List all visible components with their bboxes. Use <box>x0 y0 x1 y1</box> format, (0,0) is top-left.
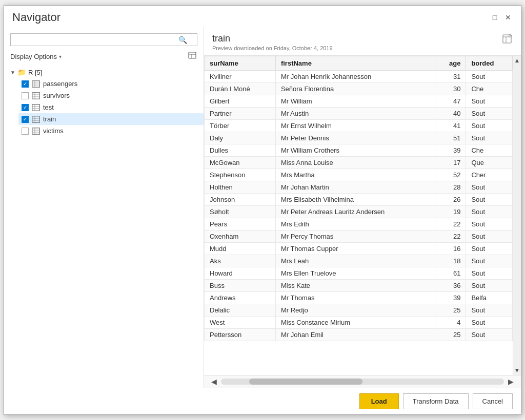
cell-age-10: 26 <box>435 194 466 206</box>
tree-item-train[interactable]: ✓train <box>18 113 204 125</box>
col-header-age: age <box>435 56 466 71</box>
cell-firstName-4: Mr Ernst Wilhelm <box>275 120 435 132</box>
cell-borded-12: Sout <box>466 218 513 230</box>
checkbox-survivors[interactable] <box>22 92 29 99</box>
cell-surName-6: Dulles <box>205 144 276 157</box>
tree-item-label-survivors: survivors <box>43 92 70 99</box>
display-options-button[interactable]: Display Options ▾ <box>10 53 62 60</box>
vertical-scrollbar: ▲ ▼ <box>513 56 521 375</box>
cell-surName-8: Stephenson <box>205 169 276 181</box>
cell-borded-11: Sout <box>466 206 513 218</box>
data-table: surNamefirstNameageborded KvillnerMr Joh… <box>204 56 513 341</box>
folder-label: R [5] <box>28 69 42 76</box>
preview-settings-button[interactable] <box>501 33 513 47</box>
scroll-left-button[interactable]: ◀ <box>209 377 219 386</box>
table-row: PearsMrs Edith22Sout <box>205 218 513 230</box>
cell-firstName-12: Mrs Edith <box>275 218 435 230</box>
checkbox-passengers[interactable]: ✓ <box>22 80 29 88</box>
svg-rect-0 <box>189 52 196 58</box>
cell-borded-6: Che <box>466 144 513 157</box>
cell-firstName-15: Mrs Leah <box>275 255 435 267</box>
preview-title: train <box>212 33 333 44</box>
scroll-right-button[interactable]: ▶ <box>506 377 516 386</box>
cell-age-18: 39 <box>435 292 466 304</box>
dialog-title: Navigator <box>12 11 60 24</box>
svg-rect-3 <box>32 81 39 87</box>
scroll-down-button[interactable]: ▼ <box>514 367 520 374</box>
tree-item-passengers[interactable]: ✓passengers <box>18 78 204 90</box>
cell-surName-2: Gilbert <box>205 95 276 108</box>
table-row: WestMiss Constance Mirium4Sout <box>205 317 513 329</box>
cell-borded-1: Che <box>466 83 513 95</box>
tree-item-label-train: train <box>43 115 56 123</box>
tree-item-victims[interactable]: victims <box>18 125 204 137</box>
cell-age-7: 17 <box>435 157 466 169</box>
cell-age-2: 47 <box>435 95 466 108</box>
cell-firstName-10: Mrs Elisabeth Vilhelmina <box>275 194 435 206</box>
table-icon-victims <box>32 128 40 135</box>
cell-firstName-0: Mr Johan Henrik Johannesson <box>275 71 435 83</box>
cell-borded-19: Sout <box>466 304 513 317</box>
scroll-up-button[interactable]: ▲ <box>514 57 520 64</box>
cell-surName-1: Durán I Moné <box>205 83 276 95</box>
checkbox-victims[interactable] <box>22 128 29 135</box>
cell-firstName-17: Miss Kate <box>275 280 435 292</box>
cell-age-14: 16 <box>435 243 466 255</box>
main-content: 🔍 Display Options ▾ <box>4 27 521 388</box>
preview-title-block: train Preview downloaded on Friday, Octo… <box>212 33 333 51</box>
scroll-thumb <box>249 379 362 385</box>
minimize-button[interactable]: □ <box>490 13 499 22</box>
folder-arrow: ▼ <box>10 70 15 75</box>
cell-firstName-14: Mr Thomas Cupper <box>275 243 435 255</box>
scroll-track[interactable] <box>221 379 504 385</box>
cell-borded-14: Sout <box>466 243 513 255</box>
cell-surName-11: Søholt <box>205 206 276 218</box>
transform-data-button[interactable]: Transform Data <box>403 393 469 409</box>
table-row: MuddMr Thomas Cupper16Sout <box>205 243 513 255</box>
table-row: AksMrs Leah18Sout <box>205 255 513 267</box>
cell-borded-20: Sout <box>466 317 513 329</box>
cell-surName-18: Andrews <box>205 292 276 304</box>
tree-item-test[interactable]: ✓test <box>18 101 204 113</box>
cell-borded-5: Sout <box>466 132 513 144</box>
load-button[interactable]: Load <box>359 393 399 409</box>
col-header-borded: borded <box>466 56 513 71</box>
cell-surName-7: McGowan <box>205 157 276 169</box>
tree-item-label-passengers: passengers <box>43 80 77 88</box>
search-wrap: 🔍 <box>10 33 197 46</box>
cancel-button[interactable]: Cancel <box>473 393 513 409</box>
cell-surName-13: Oxenham <box>205 230 276 243</box>
checkbox-train[interactable]: ✓ <box>22 116 29 123</box>
cell-firstName-1: Señora Florentina <box>275 83 435 95</box>
cell-age-5: 51 <box>435 132 466 144</box>
table-icon-survivors <box>32 92 40 99</box>
table-row: HowardMrs Ellen Truelove61Sout <box>205 267 513 280</box>
table-wrap: surNamefirstNameageborded KvillnerMr Joh… <box>204 56 521 375</box>
panel-icon-button[interactable] <box>187 50 197 62</box>
cell-borded-4: Sout <box>466 120 513 132</box>
close-button[interactable]: ✕ <box>503 13 513 22</box>
table-row: GilbertMr William47Sout <box>205 95 513 108</box>
cell-firstName-20: Miss Constance Mirium <box>275 317 435 329</box>
cell-age-8: 52 <box>435 169 466 181</box>
cell-age-15: 18 <box>435 255 466 267</box>
cell-borded-21: Sout <box>466 329 513 341</box>
preview-header: train Preview downloaded on Friday, Octo… <box>204 27 521 56</box>
search-input[interactable] <box>10 33 197 46</box>
svg-rect-11 <box>32 104 39 111</box>
tree-item-survivors[interactable]: survivors <box>18 90 204 101</box>
checkbox-test[interactable]: ✓ <box>22 104 29 111</box>
search-box-wrap: 🔍 <box>4 31 204 50</box>
tree-folder-r[interactable]: ▼ 📁 R [5] <box>8 67 204 78</box>
cell-borded-0: Sout <box>466 71 513 83</box>
table-scroll-area[interactable]: surNamefirstNameageborded KvillnerMr Joh… <box>204 56 521 375</box>
svg-rect-7 <box>32 93 39 99</box>
cell-firstName-2: Mr William <box>275 95 435 108</box>
table-row: AndrewsMr Thomas39Belfa <box>205 292 513 304</box>
table-icon-passengers <box>32 80 40 88</box>
table-row: DelalicMr Redjo25Sout <box>205 304 513 317</box>
table-row: KvillnerMr Johan Henrik Johannesson31Sou… <box>205 71 513 83</box>
table-row: HolthenMr Johan Martin28Sout <box>205 181 513 194</box>
cell-borded-3: Sout <box>466 108 513 120</box>
svg-point-27 <box>510 35 511 36</box>
